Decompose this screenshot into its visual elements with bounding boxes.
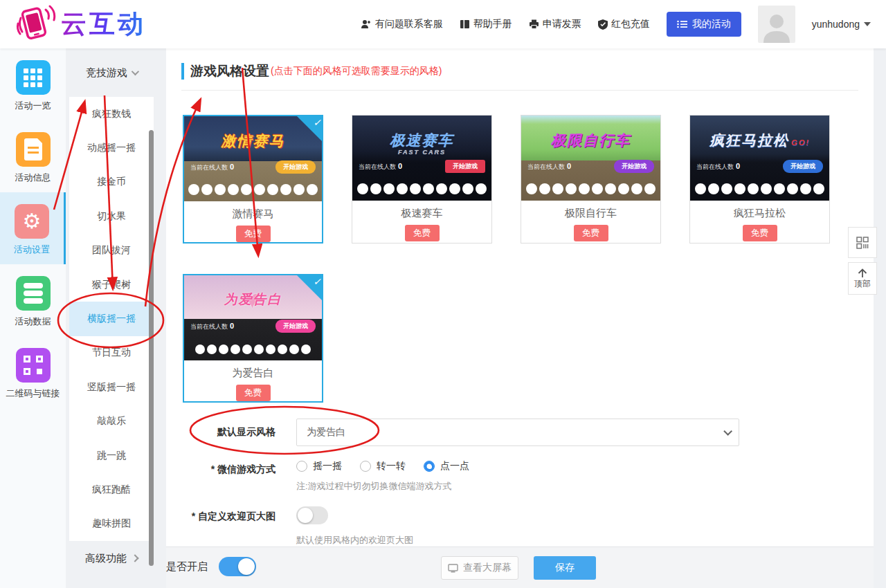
book-icon: [460, 19, 470, 29]
radio-turn[interactable]: 转一转: [360, 460, 406, 472]
submenu-item[interactable]: 团队拔河: [69, 234, 154, 268]
default-style-value: 为爱告白: [307, 426, 345, 439]
game-mode-radio-group: 摇一摇 转一转 点一点: [296, 460, 469, 472]
nav-redpacket-recharge[interactable]: 红包充值: [598, 18, 650, 30]
player-avatars-row: [184, 344, 322, 354]
monitor-icon: [448, 564, 458, 573]
sidebar-item-activity-data[interactable]: 活动数据: [0, 264, 66, 336]
user-avatar[interactable]: [758, 6, 795, 43]
gear-icon: ⚙: [15, 204, 49, 239]
nav-contact-support[interactable]: 有问题联系客服: [361, 18, 443, 30]
submenu-item[interactable]: 疯狂跑酷: [69, 472, 154, 506]
game-thumbnail: 极速赛车FAST CARS 当前在线人数0 开始游戏: [352, 116, 491, 201]
start-game-button: 开始游戏: [614, 160, 654, 173]
submenu-item[interactable]: 跳一跳: [69, 439, 154, 472]
welcome-image-toggle[interactable]: [296, 506, 328, 524]
price-badge: 免费: [236, 226, 271, 242]
submenu-group-competitive-games[interactable]: 竞技游戏: [69, 48, 154, 97]
submenu-item[interactable]: 竖版摇一摇: [69, 370, 154, 404]
back-to-top-button[interactable]: 顶部: [848, 262, 877, 295]
start-game-button: 开始游戏: [445, 160, 485, 173]
printer-icon: [529, 19, 539, 29]
submenu-item[interactable]: 动感摇一摇: [69, 131, 154, 165]
player-avatars-row: [184, 184, 322, 195]
online-count-label: 当前在线人数0: [359, 162, 402, 172]
nav-request-invoice[interactable]: 申请发票: [529, 18, 581, 30]
price-badge: 免费: [405, 225, 440, 241]
nav-help-manual[interactable]: 帮助手册: [460, 18, 512, 30]
username-menu[interactable]: yunhudong: [812, 19, 871, 30]
submenu-scrollbar[interactable]: [149, 130, 154, 566]
radio-circle: [360, 461, 371, 472]
submenu-item[interactable]: 切水果: [69, 199, 154, 233]
thumb-subtitle: FAST CARS: [352, 149, 491, 156]
header-nav: 有问题联系客服 帮助手册 申请发票 红包充值 我的活动 yunhudong: [361, 0, 871, 48]
arrow-up-icon: [857, 268, 868, 278]
game-mode-note: 注:游戏过程中切勿切换微信端游戏方式: [296, 480, 452, 493]
style-name: 极限自行车: [521, 207, 660, 220]
view-big-screen-button[interactable]: 查看大屏幕: [441, 556, 518, 580]
layout-grid-button[interactable]: [848, 227, 877, 258]
submenu-item[interactable]: 节日互动: [69, 336, 154, 370]
sidebar-item-qrcode-links[interactable]: 二维码与链接: [0, 336, 66, 408]
welcome-image-note: 默认使用风格内的欢迎页大图: [296, 534, 413, 546]
submenu-list: 疯狂数钱 动感摇一摇 接金币 切水果 团队拔河 猴子爬树 横版摇一摇 节日互动 …: [69, 97, 154, 541]
style-cards-row-1: 激情赛马 当前在线人数0 开始游戏 激情赛马 免费 极速赛车FAST CARS …: [183, 115, 830, 244]
save-button[interactable]: 保存: [534, 556, 596, 580]
style-card-crazy-marathon[interactable]: 疯狂马拉松GO! 当前在线人数0 开始游戏 疯狂马拉松 免费: [689, 115, 830, 244]
thumb-accent: GO!: [791, 138, 810, 147]
radio-shake[interactable]: 摇一摇: [296, 460, 342, 472]
sidebar-item-activity-info[interactable]: 活动信息: [0, 120, 66, 192]
welcome-image-label: * 自定义欢迎页大图: [166, 511, 275, 523]
thumb-title: 极速赛车FAST CARS: [352, 131, 491, 156]
style-name: 为爱告白: [184, 367, 322, 380]
title-accent-bar: [181, 63, 184, 80]
player-avatars-row: [352, 183, 491, 194]
style-card-love-confession[interactable]: 为爱告白 当前在线人数0 开始游戏 为爱告白 免费: [183, 274, 323, 403]
radio-tap[interactable]: 点一点: [424, 460, 469, 472]
main-panel: 游戏风格设置 (点击下面的风格可选取需要显示的风格) 激情赛马 当前在线人数0 …: [166, 48, 874, 546]
price-badge: 免费: [743, 225, 777, 241]
enable-toggle[interactable]: [219, 557, 256, 576]
thumb-title: 极限自行车: [521, 131, 660, 150]
chevron-right-icon: [131, 554, 138, 562]
page-title-hint: (点击下面的风格可选取需要显示的风格): [271, 65, 442, 77]
shield-check-icon: [598, 19, 608, 30]
list-icon: [677, 20, 687, 28]
check-icon: [296, 116, 323, 142]
default-style-select[interactable]: 为爱告白: [296, 419, 739, 446]
style-card-extreme-bicycle[interactable]: 极限自行车 当前在线人数0 开始游戏 极限自行车 免费: [521, 115, 661, 244]
online-count-label: 当前在线人数0: [190, 322, 234, 331]
style-name: 疯狂马拉松: [690, 207, 829, 220]
radio-circle: [296, 461, 307, 472]
my-activities-button[interactable]: 我的活动: [667, 12, 741, 37]
price-badge: 免费: [236, 385, 271, 401]
sidebar-item-activity-settings[interactable]: ⚙ 活动设置: [0, 192, 66, 264]
sidebar-item-activity-overview[interactable]: 活动一览: [0, 48, 66, 120]
submenu-item[interactable]: 敲敲乐: [69, 405, 154, 439]
radio-circle-checked: [424, 461, 435, 472]
document-icon: [16, 132, 51, 167]
submenu-item[interactable]: 接金币: [69, 165, 154, 199]
support-person-icon: [361, 19, 372, 29]
qrcode-icon: [16, 348, 51, 383]
submenu-group-advanced[interactable]: 高级功能: [69, 541, 154, 576]
style-name: 极速赛车: [352, 207, 491, 220]
footer-bar: 是否开启 查看大屏幕 保存: [166, 546, 874, 588]
submenu-item[interactable]: 疯狂数钱: [69, 97, 154, 131]
submenu-item[interactable]: 猴子爬树: [69, 268, 154, 302]
grid-icon: [16, 60, 51, 95]
check-icon: [296, 275, 323, 301]
style-card-fast-cars[interactable]: 极速赛车FAST CARS 当前在线人数0 开始游戏 极速赛车 免费: [352, 115, 492, 244]
submenu-item[interactable]: 趣味拼图: [69, 507, 154, 541]
submenu-item-active[interactable]: 横版摇一摇: [69, 302, 154, 336]
price-badge: 免费: [574, 225, 608, 241]
style-name: 激情赛马: [184, 208, 322, 221]
toggle-knob: [238, 558, 255, 575]
style-card-horse-racing[interactable]: 激情赛马 当前在线人数0 开始游戏 激情赛马 免费: [183, 115, 323, 244]
toggle-knob: [298, 508, 313, 523]
chevron-down-icon: [132, 68, 139, 75]
thumb-title: 疯狂马拉松GO!: [690, 131, 829, 150]
online-count-label: 当前在线人数0: [696, 162, 740, 172]
layout-grid-icon: [856, 236, 869, 250]
